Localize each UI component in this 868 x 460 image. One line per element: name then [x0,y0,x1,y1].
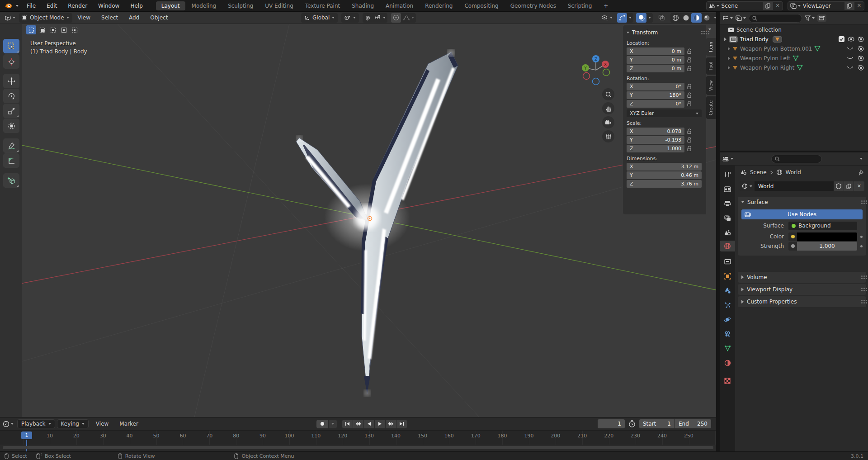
keying-menu[interactable]: Keying [57,419,89,428]
select-mode-extend[interactable] [37,25,47,34]
rotation-x-field[interactable]: X0° [627,83,684,90]
outliner-editor-type-button[interactable] [722,15,733,21]
tab-collection[interactable] [720,256,735,267]
outliner-row-weapon-pylon-left[interactable]: Weapon Pylon Left [720,53,868,63]
tool-transform[interactable] [3,119,19,133]
overlays-toggle[interactable] [636,13,646,23]
dimensions-z-field[interactable]: Z3.76 m [627,180,702,188]
auto-keyframe-record-button[interactable] [316,420,328,428]
scale-x-field[interactable]: X0.078 [627,128,684,135]
fake-user-button[interactable] [834,181,844,191]
expand-icon[interactable] [724,38,726,41]
gizmos-toggle[interactable] [617,13,627,23]
location-x-field[interactable]: X0 m [627,47,684,55]
editor-type-button[interactable] [3,13,17,23]
workspace-tab-uv-editing[interactable]: UV Editing [259,1,299,10]
tab-particles[interactable] [720,299,735,310]
scene-name-field[interactable]: Scene [722,3,763,9]
gizmos-dropdown[interactable] [627,13,633,23]
lock-scale-x-icon[interactable] [687,128,692,134]
timeline-menu-marker[interactable]: Marker [114,418,143,430]
timeline-ruler[interactable]: 1020304050607080901001101201301401501601… [0,430,716,445]
world-name-field[interactable]: World [755,181,834,191]
outliner-display-mode-dropdown[interactable] [736,15,746,21]
frame-end-field[interactable]: End250 [675,419,711,428]
perspective-switch-button[interactable] [602,130,614,142]
menu-window[interactable]: Window [93,0,125,12]
tool-cursor[interactable] [3,54,19,69]
disable-render-camera-icon[interactable] [858,37,864,42]
tab-world[interactable] [720,241,735,251]
volume-panel[interactable]: Volume [738,272,866,283]
viewport-menu-add[interactable]: Add [123,12,145,24]
hidden-closed-eye-icon[interactable] [847,66,854,70]
camera-view-button[interactable] [602,116,614,128]
playhead-current-frame[interactable]: 1 [21,432,32,439]
scene-new-button[interactable] [763,2,773,10]
custom-properties-panel[interactable]: Custom Properties [738,296,866,307]
show-hide-dropdown[interactable] [599,13,614,23]
select-mode-intersect[interactable] [70,25,80,34]
tab-physics[interactable] [720,314,735,325]
workspace-tab-scripting[interactable]: Scripting [562,1,597,10]
select-mode-new[interactable] [26,25,36,34]
viewlayer-remove-button[interactable]: ✕ [854,2,864,10]
properties-editor-type-button[interactable] [722,156,733,162]
next-keyframe-button[interactable] [386,420,396,428]
tool-select-box[interactable] [3,39,19,53]
outliner-row-weapon-pylon-bottom[interactable]: Weapon Pylon Bottom.001 [720,44,868,53]
snap-settings-dropdown[interactable] [373,13,387,23]
location-z-field[interactable]: Z0 m [627,65,684,72]
gizmo-axis-y-neg[interactable] [603,69,610,76]
lock-rotation-x-icon[interactable] [687,84,692,90]
scale-z-field[interactable]: Z1.000 [627,145,684,152]
shading-solid-button[interactable] [681,13,691,23]
hide-viewport-eye-icon[interactable] [848,37,854,42]
panel-grip-icon[interactable] [701,31,703,32]
collection-checkbox[interactable] [839,36,844,42]
mode-dropdown[interactable]: Object Mode [19,13,72,23]
viewlayer-name-field[interactable]: ViewLayer [803,3,844,9]
pivot-point-dropdown[interactable] [341,13,359,23]
select-mode-invert[interactable] [59,25,69,34]
playback-menu[interactable]: Playback [17,419,55,428]
workspace-tab-geometry-nodes[interactable]: Geometry Nodes [505,1,561,10]
proportional-falloff-dropdown[interactable] [401,13,416,23]
tab-tool[interactable] [720,169,735,180]
animate-dot-icon[interactable] [860,236,863,238]
color-swatch[interactable] [797,232,857,241]
rotation-y-field[interactable]: Y180° [627,91,684,99]
tab-object[interactable] [720,270,735,281]
lock-scale-y-icon[interactable] [687,137,692,143]
tab-scene[interactable] [720,227,735,238]
expand-icon[interactable] [728,47,730,51]
tab-modifiers[interactable] [720,285,735,296]
lock-scale-z-icon[interactable] [687,146,692,152]
new-collection-button[interactable] [817,14,826,22]
outliner-row-scene-collection[interactable]: Scene Collection [720,25,868,34]
sidebar-tab-item[interactable]: Item [706,38,716,56]
play-button[interactable] [375,420,385,428]
frame-start-field[interactable]: Start1 [639,419,675,428]
shading-material-preview-button[interactable] [691,13,702,23]
surface-shader-field[interactable]: Background [788,222,857,230]
use-preview-range-clock-icon[interactable] [628,420,636,427]
dimensions-y-field[interactable]: Y0.46 m [627,171,702,179]
viewlayer-browse-button[interactable] [788,2,803,10]
tab-object-data[interactable] [720,343,735,354]
strength-slider[interactable]: 1.000 [797,242,857,251]
viewport-3d[interactable]: Options User Perspective (1) Triad Body … [0,24,716,417]
menu-render[interactable]: Render [62,0,93,12]
workspace-tab-layout[interactable]: Layout [156,1,185,10]
zoom-view-button[interactable] [602,88,614,100]
prev-keyframe-button[interactable] [353,420,363,428]
sidebar-tab-tool[interactable]: Tool [706,57,716,75]
jump-to-start-button[interactable] [342,420,353,428]
breadcrumb-scene[interactable]: Scene [750,169,767,175]
lock-rotation-z-icon[interactable] [687,101,692,107]
sidebar-tab-create[interactable]: Create [706,96,716,119]
logo-menu-chevron-icon[interactable] [16,5,19,7]
properties-options-chevron-icon[interactable] [860,158,863,160]
dimensions-x-field[interactable]: X3.12 m [627,163,702,171]
rotation-z-field[interactable]: Z0° [627,100,684,108]
